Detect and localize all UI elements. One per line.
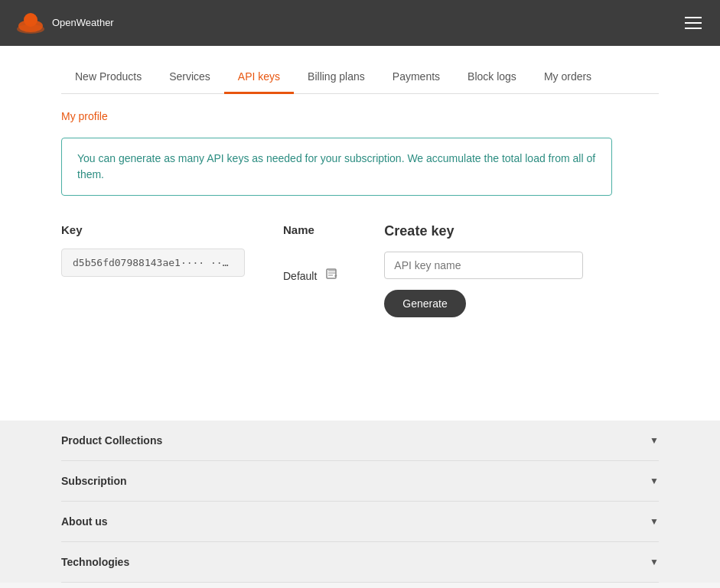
accordion-item-technologies: Technologies ▼ (61, 542, 659, 583)
tab-new-products[interactable]: New Products (61, 61, 155, 94)
api-key-name-input[interactable] (384, 252, 583, 279)
tab-services[interactable]: Services (155, 61, 224, 94)
accordion-label-about-us: About us (61, 515, 108, 528)
accordion-label-technologies: Technologies (61, 556, 129, 568)
hamburger-line-1 (685, 17, 702, 18)
chevron-down-icon: ▼ (650, 476, 659, 486)
info-box-text: You can generate as many API keys as nee… (77, 151, 596, 183)
hamburger-line-2 (685, 22, 702, 24)
key-value: d5b56fd07988143ae1···· ··01··· (61, 249, 245, 277)
logo-text: OpenWeather (52, 17, 114, 29)
info-box: You can generate as many API keys as nee… (61, 138, 612, 196)
logo-container: OpenWeather (15, 9, 114, 37)
openweather-logo-icon (15, 9, 46, 37)
hamburger-button[interactable] (682, 14, 705, 32)
key-name-text: Default (283, 270, 317, 282)
hamburger-line-3 (685, 28, 702, 29)
name-column: Name Default (283, 223, 338, 283)
header: OpenWeather (0, 0, 720, 46)
key-column: Key d5b56fd07988143ae1···· ··01··· (61, 223, 245, 277)
chevron-down-icon: ▼ (650, 516, 659, 527)
create-key-title: Create key (384, 223, 659, 239)
tab-my-orders[interactable]: My orders (530, 61, 605, 94)
name-row: Default (283, 268, 338, 283)
generate-button[interactable]: Generate (384, 290, 465, 317)
my-profile-link[interactable]: My profile (61, 110, 108, 122)
accordion-item-about-us: About us ▼ (61, 502, 659, 542)
main-content: New Products Services API keys Billing p… (0, 46, 720, 421)
key-column-header: Key (61, 223, 245, 236)
accordion-header-about-us[interactable]: About us ▼ (61, 502, 659, 541)
edit-icon[interactable] (326, 268, 338, 283)
chevron-down-icon: ▼ (650, 557, 659, 567)
create-key-section: Create key Generate (384, 223, 659, 317)
tab-billing-plans[interactable]: Billing plans (294, 61, 379, 94)
accordion-label-product-collections: Product Collections (61, 434, 162, 447)
tab-block-logs[interactable]: Block logs (454, 61, 530, 94)
keys-section: Key d5b56fd07988143ae1···· ··01··· Name … (61, 223, 659, 317)
accordion-header-product-collections[interactable]: Product Collections ▼ (61, 421, 659, 460)
accordion-header-technologies[interactable]: Technologies ▼ (61, 542, 659, 582)
chevron-down-icon: ▼ (650, 435, 659, 446)
name-column-header: Name (283, 223, 338, 236)
footer-accordion: Product Collections ▼ Subscription ▼ Abo… (0, 421, 720, 583)
accordion-label-subscription: Subscription (61, 475, 127, 487)
nav-tabs: New Products Services API keys Billing p… (61, 46, 659, 94)
accordion-header-subscription[interactable]: Subscription ▼ (61, 461, 659, 501)
svg-point-2 (17, 24, 44, 34)
tab-api-keys[interactable]: API keys (224, 61, 294, 94)
tab-payments[interactable]: Payments (379, 61, 454, 94)
accordion-item-subscription: Subscription ▼ (61, 461, 659, 502)
accordion-item-product-collections: Product Collections ▼ (61, 421, 659, 461)
